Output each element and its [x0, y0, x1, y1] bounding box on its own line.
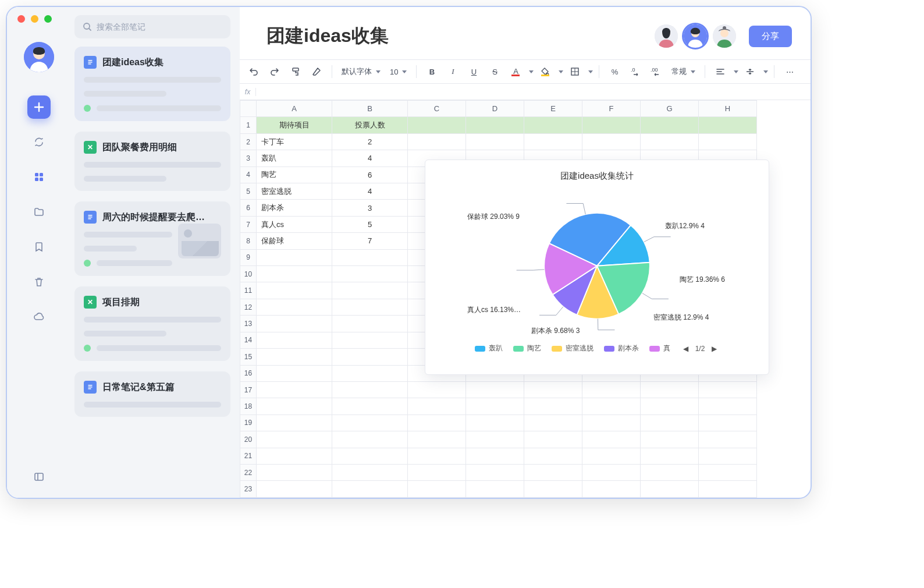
cell[interactable]: 轰趴 [257, 150, 332, 167]
row-header[interactable]: 13 [240, 316, 257, 332]
strikethrough-button[interactable]: S [485, 63, 504, 80]
cell[interactable] [641, 464, 699, 480]
cell[interactable]: 2 [332, 133, 408, 150]
cell[interactable] [466, 398, 524, 415]
cell[interactable] [332, 249, 408, 265]
valign-button[interactable] [741, 63, 759, 80]
apps-button[interactable] [27, 165, 51, 189]
cell[interactable] [257, 282, 332, 299]
search-input[interactable] [97, 22, 222, 31]
cell[interactable] [257, 381, 332, 398]
chevron-down-icon[interactable] [529, 70, 534, 73]
cell[interactable]: 剧本杀 [257, 200, 332, 216]
cloud-button[interactable] [27, 305, 51, 328]
cell[interactable] [332, 282, 408, 299]
row-header[interactable]: 2 [240, 133, 257, 150]
cell[interactable] [524, 117, 582, 133]
cell[interactable] [699, 381, 757, 398]
cell[interactable]: 投票人数 [332, 117, 408, 133]
column-header[interactable]: E [524, 101, 582, 117]
collaborator-avatar[interactable] [655, 24, 678, 48]
chevron-down-icon[interactable] [763, 70, 768, 73]
cell[interactable] [466, 415, 524, 431]
cell[interactable] [524, 464, 582, 480]
cell[interactable] [641, 398, 699, 415]
column-header[interactable]: A [257, 101, 332, 117]
cell[interactable] [466, 431, 524, 448]
format-painter-button[interactable] [286, 63, 305, 80]
cell[interactable] [466, 381, 524, 398]
italic-button[interactable]: I [443, 63, 462, 80]
cell[interactable] [257, 448, 332, 464]
row-header[interactable]: 22 [240, 464, 257, 480]
row-header[interactable]: 8 [240, 233, 257, 249]
cell[interactable] [332, 448, 408, 464]
row-header[interactable]: 16 [240, 365, 257, 381]
cell[interactable] [257, 431, 332, 448]
close-window-button[interactable] [17, 15, 25, 23]
maximize-window-button[interactable] [44, 15, 52, 23]
legend-item[interactable]: 陶艺 [513, 343, 541, 353]
share-button[interactable]: 分享 [749, 26, 792, 47]
cell[interactable]: 6 [332, 167, 408, 183]
cell[interactable] [332, 464, 408, 480]
cell[interactable] [582, 133, 641, 150]
cell[interactable]: 卡丁车 [257, 133, 332, 150]
cell[interactable] [582, 431, 641, 448]
row-header[interactable]: 6 [240, 200, 257, 216]
chart-card[interactable]: 团建ideas收集统计 保龄球 29.03% 9 轰趴12.9% 4 陶艺 19… [425, 160, 769, 375]
cell[interactable] [699, 133, 757, 150]
note-card[interactable]: 日常笔记&第五篇 [74, 371, 230, 417]
cell[interactable] [257, 332, 332, 348]
cell[interactable]: 陶艺 [257, 167, 332, 183]
legend-item[interactable]: 密室逃脱 [552, 343, 594, 353]
row-header[interactable]: 10 [240, 266, 257, 282]
cell[interactable] [466, 133, 524, 150]
row-header[interactable]: 19 [240, 415, 257, 431]
cell[interactable] [257, 481, 332, 498]
more-button[interactable]: ⋯ [780, 63, 799, 80]
cell[interactable]: 4 [332, 150, 408, 167]
row-header[interactable]: 5 [240, 183, 257, 200]
bold-button[interactable]: B [422, 63, 441, 80]
row-header[interactable]: 7 [240, 216, 257, 232]
cell[interactable] [524, 133, 582, 150]
note-card[interactable]: ✕ 项目排期 [74, 286, 230, 361]
cell[interactable] [332, 266, 408, 282]
cell[interactable] [257, 349, 332, 365]
cell[interactable] [408, 481, 466, 498]
cell[interactable]: 3 [332, 200, 408, 216]
cell[interactable] [699, 481, 757, 498]
cell[interactable]: 真人cs [257, 216, 332, 232]
cell[interactable] [257, 316, 332, 332]
cell[interactable]: 5 [332, 216, 408, 232]
row-header[interactable]: 23 [240, 481, 257, 498]
cell[interactable] [582, 117, 641, 133]
column-header[interactable]: D [466, 101, 524, 117]
chevron-down-icon[interactable] [559, 70, 563, 73]
row-header[interactable]: 3 [240, 150, 257, 167]
clear-format-button[interactable] [307, 63, 326, 80]
note-card[interactable]: 周六的时候提醒要去爬… [74, 201, 230, 276]
redo-button[interactable] [265, 63, 284, 80]
cell[interactable] [257, 464, 332, 480]
cell[interactable] [332, 365, 408, 381]
collapse-sidebar-button[interactable] [27, 465, 51, 488]
cell[interactable] [524, 481, 582, 498]
legend-item[interactable]: 轰趴 [475, 343, 503, 353]
sync-button[interactable] [27, 130, 51, 154]
cell[interactable] [524, 381, 582, 398]
cell[interactable] [582, 481, 641, 498]
align-button[interactable] [711, 63, 730, 80]
cell[interactable] [332, 349, 408, 365]
cell[interactable]: 4 [332, 183, 408, 200]
cell[interactable] [257, 415, 332, 431]
chevron-down-icon[interactable] [734, 70, 738, 73]
cell[interactable] [466, 448, 524, 464]
undo-button[interactable] [244, 63, 263, 80]
row-header[interactable]: 18 [240, 398, 257, 415]
cell[interactable] [332, 316, 408, 332]
font-size-select[interactable]: 10 [386, 68, 410, 76]
note-card[interactable]: ✕ 团队聚餐费用明细 [74, 132, 230, 191]
chevron-down-icon[interactable] [588, 70, 593, 73]
